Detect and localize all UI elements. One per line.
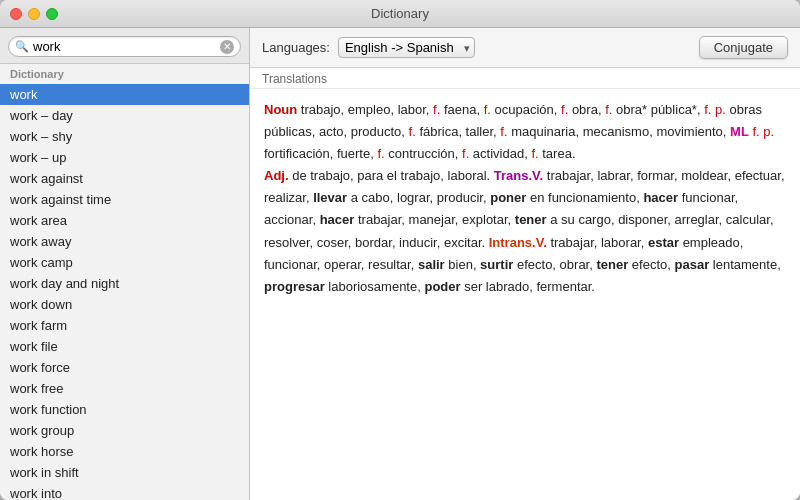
list-item[interactable]: work group (0, 420, 249, 441)
list-item[interactable]: work (0, 84, 249, 105)
bold-word: poder (424, 279, 460, 294)
f-label: f. (605, 102, 612, 117)
language-select-wrap: English -> Spanish Spanish -> English Fr… (338, 37, 475, 58)
list-item[interactable]: work – day (0, 105, 249, 126)
list-item[interactable]: work force (0, 357, 249, 378)
main-toolbar: Languages: English -> Spanish Spanish ->… (250, 28, 800, 68)
main-window: Dictionary 🔍 ✕ Dictionary work work – da… (0, 0, 800, 500)
list-item[interactable]: work against (0, 168, 249, 189)
list-item[interactable]: work in shift (0, 462, 249, 483)
f-label: f. (531, 146, 538, 161)
search-clear-button[interactable]: ✕ (220, 40, 234, 54)
f-label: f. (561, 102, 568, 117)
f-label: f. p. (704, 102, 726, 117)
list-item[interactable]: work – shy (0, 126, 249, 147)
sidebar: 🔍 ✕ Dictionary work work – day work – sh… (0, 28, 250, 500)
bold-word: hacer (643, 190, 678, 205)
f-label: f. (500, 124, 507, 139)
list-item[interactable]: work – up (0, 147, 249, 168)
transv-label: Trans.V. (494, 168, 543, 183)
content-area: 🔍 ✕ Dictionary work work – day work – sh… (0, 28, 800, 500)
list-item[interactable]: work against time (0, 189, 249, 210)
list-item[interactable]: work down (0, 294, 249, 315)
bold-word: surtir (480, 257, 513, 272)
list-item[interactable]: work away (0, 231, 249, 252)
ml-label: ML (730, 124, 749, 139)
bold-word: estar (648, 235, 679, 250)
close-button[interactable] (10, 8, 22, 20)
sidebar-label: Dictionary (0, 64, 249, 84)
translation-content: Noun trabajo, empleo, labor, f. faena, f… (250, 89, 800, 500)
search-input-wrap: 🔍 ✕ (8, 36, 241, 57)
search-bar: 🔍 ✕ (0, 28, 249, 64)
list-item[interactable]: work farm (0, 315, 249, 336)
bold-word: llevar (313, 190, 347, 205)
titlebar: Dictionary (0, 0, 800, 28)
list-item[interactable]: work horse (0, 441, 249, 462)
noun-label: Noun (264, 102, 297, 117)
f-label: f. (484, 102, 491, 117)
translations-label: Translations (250, 68, 800, 89)
f-label: f. (462, 146, 469, 161)
f-label: f. (377, 146, 384, 161)
f-label: f. (409, 124, 416, 139)
language-select[interactable]: English -> Spanish Spanish -> English Fr… (338, 37, 475, 58)
list-item[interactable]: work into (0, 483, 249, 500)
maximize-button[interactable] (46, 8, 58, 20)
adj-label: Adj. (264, 168, 289, 183)
list-item[interactable]: work camp (0, 252, 249, 273)
bold-word: salir (418, 257, 445, 272)
f-label: f. (433, 102, 440, 117)
search-input[interactable] (33, 39, 220, 54)
languages-label: Languages: (262, 40, 330, 55)
window-title: Dictionary (371, 6, 429, 21)
bold-word: tener (596, 257, 628, 272)
language-row: Languages: English -> Spanish Spanish ->… (262, 37, 475, 58)
f-label: f. p. (752, 124, 774, 139)
bold-word: progresar (264, 279, 325, 294)
list-item[interactable]: work file (0, 336, 249, 357)
bold-word: hacer (320, 212, 355, 227)
list-item[interactable]: work free (0, 378, 249, 399)
list-item[interactable]: work day and night (0, 273, 249, 294)
list-item[interactable]: work area (0, 210, 249, 231)
traffic-lights (10, 8, 58, 20)
bold-word: tener (515, 212, 547, 227)
bold-word: pasar (675, 257, 710, 272)
word-list: work work – day work – shy work – up wor… (0, 84, 249, 500)
bold-word: poner (490, 190, 526, 205)
minimize-button[interactable] (28, 8, 40, 20)
main-panel: Languages: English -> Spanish Spanish ->… (250, 28, 800, 500)
search-icon: 🔍 (15, 40, 29, 53)
intransv-label: Intrans.V. (489, 235, 547, 250)
conjugate-button[interactable]: Conjugate (699, 36, 788, 59)
list-item[interactable]: work function (0, 399, 249, 420)
